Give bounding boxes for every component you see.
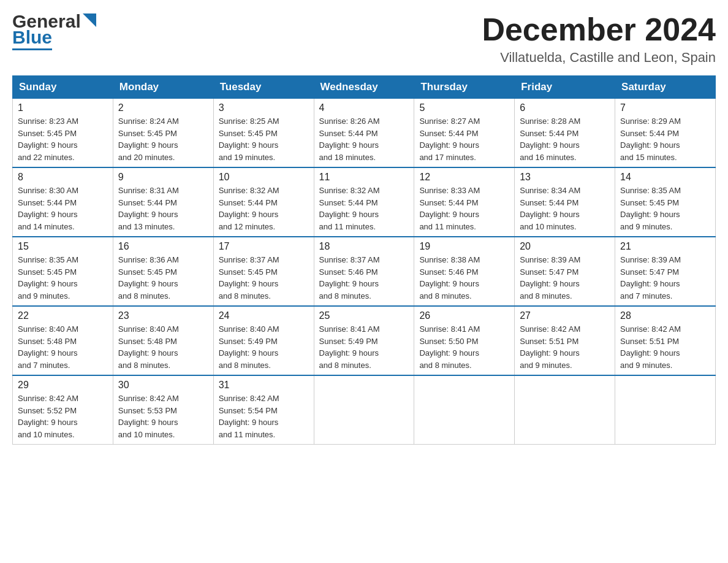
svg-marker-0	[83, 13, 96, 27]
calendar-cell: 22 Sunrise: 8:40 AM Sunset: 5:48 PM Dayl…	[13, 306, 113, 375]
calendar-week-row: 15 Sunrise: 8:35 AM Sunset: 5:45 PM Dayl…	[13, 237, 716, 306]
calendar-cell: 19 Sunrise: 8:38 AM Sunset: 5:46 PM Dayl…	[414, 237, 515, 306]
day-number: 1	[18, 102, 108, 113]
calendar-cell: 1 Sunrise: 8:23 AM Sunset: 5:45 PM Dayli…	[13, 99, 113, 168]
day-number: 26	[419, 310, 509, 321]
day-info: Sunrise: 8:40 AM Sunset: 5:49 PM Dayligh…	[219, 323, 309, 371]
month-title: December 2024	[482, 12, 716, 47]
day-info: Sunrise: 8:42 AM Sunset: 5:54 PM Dayligh…	[219, 393, 309, 440]
calendar-cell: 6 Sunrise: 8:28 AM Sunset: 5:44 PM Dayli…	[515, 99, 615, 168]
day-info: Sunrise: 8:36 AM Sunset: 5:45 PM Dayligh…	[118, 254, 208, 302]
day-number: 11	[319, 172, 409, 183]
calendar-cell: 10 Sunrise: 8:32 AM Sunset: 5:44 PM Dayl…	[213, 167, 314, 237]
calendar-cell: 8 Sunrise: 8:30 AM Sunset: 5:44 PM Dayli…	[13, 167, 113, 237]
day-info: Sunrise: 8:41 AM Sunset: 5:50 PM Dayligh…	[419, 323, 509, 371]
calendar-cell: 24 Sunrise: 8:40 AM Sunset: 5:49 PM Dayl…	[213, 306, 314, 375]
day-info: Sunrise: 8:35 AM Sunset: 5:45 PM Dayligh…	[620, 185, 710, 232]
calendar-cell: 15 Sunrise: 8:35 AM Sunset: 5:45 PM Dayl…	[13, 237, 113, 306]
calendar-cell: 23 Sunrise: 8:40 AM Sunset: 5:48 PM Dayl…	[113, 306, 213, 375]
calendar-cell: 5 Sunrise: 8:27 AM Sunset: 5:44 PM Dayli…	[414, 99, 515, 168]
day-info: Sunrise: 8:37 AM Sunset: 5:46 PM Dayligh…	[319, 254, 409, 302]
column-header-sunday: Sunday	[13, 76, 113, 99]
day-info: Sunrise: 8:34 AM Sunset: 5:44 PM Dayligh…	[520, 185, 610, 232]
day-info: Sunrise: 8:39 AM Sunset: 5:47 PM Dayligh…	[620, 254, 710, 302]
calendar-cell: 30 Sunrise: 8:42 AM Sunset: 5:53 PM Dayl…	[113, 375, 213, 445]
calendar-week-row: 22 Sunrise: 8:40 AM Sunset: 5:48 PM Dayl…	[13, 306, 716, 375]
calendar-cell: 27 Sunrise: 8:42 AM Sunset: 5:51 PM Dayl…	[515, 306, 615, 375]
day-number: 18	[319, 241, 409, 252]
day-info: Sunrise: 8:42 AM Sunset: 5:51 PM Dayligh…	[520, 323, 610, 371]
day-number: 17	[219, 241, 309, 252]
day-info: Sunrise: 8:40 AM Sunset: 5:48 PM Dayligh…	[18, 323, 108, 371]
logo: General Blue	[12, 12, 96, 50]
calendar-cell: 9 Sunrise: 8:31 AM Sunset: 5:44 PM Dayli…	[113, 167, 213, 237]
day-info: Sunrise: 8:26 AM Sunset: 5:44 PM Dayligh…	[319, 115, 409, 163]
column-header-saturday: Saturday	[615, 76, 716, 99]
calendar-cell: 14 Sunrise: 8:35 AM Sunset: 5:45 PM Dayl…	[615, 167, 716, 237]
day-number: 20	[520, 241, 610, 252]
day-number: 16	[118, 241, 208, 252]
calendar-cell: 12 Sunrise: 8:33 AM Sunset: 5:44 PM Dayl…	[414, 167, 515, 237]
day-info: Sunrise: 8:27 AM Sunset: 5:44 PM Dayligh…	[419, 115, 509, 163]
day-info: Sunrise: 8:32 AM Sunset: 5:44 PM Dayligh…	[319, 185, 409, 232]
column-header-thursday: Thursday	[414, 76, 515, 99]
day-info: Sunrise: 8:33 AM Sunset: 5:44 PM Dayligh…	[419, 185, 509, 232]
day-number: 24	[219, 310, 309, 321]
calendar-cell: 20 Sunrise: 8:39 AM Sunset: 5:47 PM Dayl…	[515, 237, 615, 306]
calendar-cell: 17 Sunrise: 8:37 AM Sunset: 5:45 PM Dayl…	[213, 237, 314, 306]
day-info: Sunrise: 8:23 AM Sunset: 5:45 PM Dayligh…	[18, 115, 108, 163]
logo-arrow-icon	[83, 13, 96, 27]
calendar-cell: 21 Sunrise: 8:39 AM Sunset: 5:47 PM Dayl…	[615, 237, 716, 306]
day-number: 25	[319, 310, 409, 321]
calendar-week-row: 1 Sunrise: 8:23 AM Sunset: 5:45 PM Dayli…	[13, 99, 716, 168]
day-info: Sunrise: 8:28 AM Sunset: 5:44 PM Dayligh…	[520, 115, 610, 163]
day-info: Sunrise: 8:29 AM Sunset: 5:44 PM Dayligh…	[620, 115, 710, 163]
calendar-cell	[314, 375, 414, 445]
calendar-cell: 3 Sunrise: 8:25 AM Sunset: 5:45 PM Dayli…	[213, 99, 314, 168]
day-info: Sunrise: 8:35 AM Sunset: 5:45 PM Dayligh…	[18, 254, 108, 302]
day-info: Sunrise: 8:38 AM Sunset: 5:46 PM Dayligh…	[419, 254, 509, 302]
day-number: 8	[18, 172, 108, 183]
calendar-week-row: 8 Sunrise: 8:30 AM Sunset: 5:44 PM Dayli…	[13, 167, 716, 237]
day-number: 7	[620, 102, 710, 113]
day-number: 30	[118, 380, 208, 391]
day-info: Sunrise: 8:24 AM Sunset: 5:45 PM Dayligh…	[118, 115, 208, 163]
day-info: Sunrise: 8:32 AM Sunset: 5:44 PM Dayligh…	[219, 185, 309, 232]
day-number: 27	[520, 310, 610, 321]
calendar-cell: 28 Sunrise: 8:42 AM Sunset: 5:51 PM Dayl…	[615, 306, 716, 375]
day-number: 21	[620, 241, 710, 252]
day-info: Sunrise: 8:42 AM Sunset: 5:51 PM Dayligh…	[620, 323, 710, 371]
calendar-cell: 13 Sunrise: 8:34 AM Sunset: 5:44 PM Dayl…	[515, 167, 615, 237]
day-number: 15	[18, 241, 108, 252]
day-info: Sunrise: 8:42 AM Sunset: 5:53 PM Dayligh…	[118, 393, 208, 440]
title-section: December 2024 Villatuelda, Castille and …	[482, 12, 716, 66]
day-number: 3	[219, 102, 309, 113]
calendar-header-row: SundayMondayTuesdayWednesdayThursdayFrid…	[13, 76, 716, 99]
calendar-cell: 16 Sunrise: 8:36 AM Sunset: 5:45 PM Dayl…	[113, 237, 213, 306]
calendar-cell: 25 Sunrise: 8:41 AM Sunset: 5:49 PM Dayl…	[314, 306, 414, 375]
day-number: 31	[219, 380, 309, 391]
day-number: 19	[419, 241, 509, 252]
location-title: Villatuelda, Castille and Leon, Spain	[482, 50, 716, 66]
calendar-cell	[515, 375, 615, 445]
calendar-cell: 29 Sunrise: 8:42 AM Sunset: 5:52 PM Dayl…	[13, 375, 113, 445]
calendar-cell: 26 Sunrise: 8:41 AM Sunset: 5:50 PM Dayl…	[414, 306, 515, 375]
column-header-wednesday: Wednesday	[314, 76, 414, 99]
calendar-cell: 7 Sunrise: 8:29 AM Sunset: 5:44 PM Dayli…	[615, 99, 716, 168]
day-info: Sunrise: 8:39 AM Sunset: 5:47 PM Dayligh…	[520, 254, 610, 302]
day-number: 14	[620, 172, 710, 183]
day-number: 28	[620, 310, 710, 321]
calendar-cell: 31 Sunrise: 8:42 AM Sunset: 5:54 PM Dayl…	[213, 375, 314, 445]
day-info: Sunrise: 8:31 AM Sunset: 5:44 PM Dayligh…	[118, 185, 208, 232]
day-info: Sunrise: 8:25 AM Sunset: 5:45 PM Dayligh…	[219, 115, 309, 163]
column-header-friday: Friday	[515, 76, 615, 99]
calendar-table: SundayMondayTuesdayWednesdayThursdayFrid…	[12, 75, 716, 445]
day-number: 2	[118, 102, 208, 113]
day-number: 5	[419, 102, 509, 113]
day-info: Sunrise: 8:42 AM Sunset: 5:52 PM Dayligh…	[18, 393, 108, 440]
day-info: Sunrise: 8:40 AM Sunset: 5:48 PM Dayligh…	[118, 323, 208, 371]
day-number: 29	[18, 380, 108, 391]
day-number: 23	[118, 310, 208, 321]
day-info: Sunrise: 8:37 AM Sunset: 5:45 PM Dayligh…	[219, 254, 309, 302]
logo-blue-text: Blue	[12, 27, 52, 47]
